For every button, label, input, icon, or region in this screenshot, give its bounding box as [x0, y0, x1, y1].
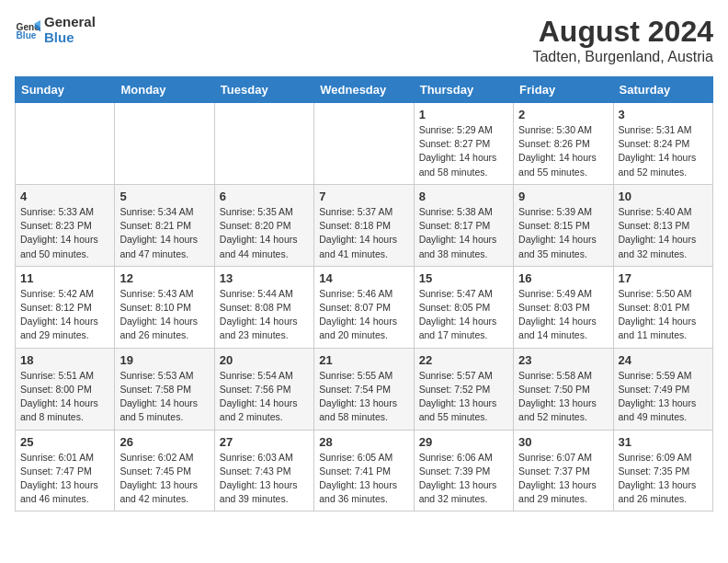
calendar-subtitle: Tadten, Burgenland, Austria — [532, 49, 713, 65]
calendar-cell: 6Sunrise: 5:35 AM Sunset: 8:20 PM Daylig… — [214, 184, 313, 266]
calendar-cell: 4Sunrise: 5:33 AM Sunset: 8:23 PM Daylig… — [16, 184, 115, 266]
weekday-header-wednesday: Wednesday — [314, 77, 414, 103]
calendar-cell: 29Sunrise: 6:06 AM Sunset: 7:39 PM Dayli… — [414, 430, 513, 511]
logo-icon: General Blue — [15, 17, 40, 43]
calendar-cell: 28Sunrise: 6:05 AM Sunset: 7:41 PM Dayli… — [314, 430, 414, 511]
weekday-header-sunday: Sunday — [16, 77, 115, 103]
calendar-cell: 12Sunrise: 5:43 AM Sunset: 8:10 PM Dayli… — [115, 266, 214, 348]
calendar-cell: 25Sunrise: 6:01 AM Sunset: 7:47 PM Dayli… — [16, 430, 115, 511]
weekday-header-thursday: Thursday — [414, 77, 513, 103]
day-number: 14 — [319, 271, 408, 285]
weekday-header-saturday: Saturday — [613, 77, 712, 103]
day-info: Sunrise: 5:33 AM Sunset: 8:23 PM Dayligh… — [20, 205, 109, 261]
day-info: Sunrise: 5:39 AM Sunset: 8:15 PM Dayligh… — [518, 205, 608, 261]
weekday-header-row: SundayMondayTuesdayWednesdayThursdayFrid… — [16, 77, 713, 103]
calendar-cell: 1Sunrise: 5:29 AM Sunset: 8:27 PM Daylig… — [414, 103, 513, 185]
calendar-cell: 27Sunrise: 6:03 AM Sunset: 7:43 PM Dayli… — [214, 430, 313, 511]
day-number: 24 — [619, 353, 708, 367]
calendar-cell: 24Sunrise: 5:59 AM Sunset: 7:49 PM Dayli… — [613, 348, 712, 430]
day-info: Sunrise: 5:49 AM Sunset: 8:03 PM Dayligh… — [518, 287, 608, 343]
calendar-cell: 14Sunrise: 5:46 AM Sunset: 8:07 PM Dayli… — [314, 266, 414, 348]
logo-text: General Blue — [44, 15, 96, 45]
calendar-cell: 21Sunrise: 5:55 AM Sunset: 7:54 PM Dayli… — [314, 348, 414, 430]
calendar-cell: 15Sunrise: 5:47 AM Sunset: 8:05 PM Dayli… — [414, 266, 513, 348]
day-number: 28 — [319, 435, 408, 449]
weekday-header-tuesday: Tuesday — [214, 77, 313, 103]
calendar-cell: 13Sunrise: 5:44 AM Sunset: 8:08 PM Dayli… — [214, 266, 313, 348]
day-number: 2 — [518, 108, 608, 121]
day-info: Sunrise: 5:43 AM Sunset: 8:10 PM Dayligh… — [119, 287, 209, 343]
day-info: Sunrise: 6:03 AM Sunset: 7:43 PM Dayligh… — [220, 451, 309, 507]
calendar-cell — [314, 103, 414, 185]
day-number: 1 — [419, 108, 508, 121]
calendar-cell: 3Sunrise: 5:31 AM Sunset: 8:24 PM Daylig… — [613, 103, 712, 185]
day-number: 21 — [319, 353, 408, 367]
day-number: 16 — [518, 271, 608, 285]
week-row-2: 4Sunrise: 5:33 AM Sunset: 8:23 PM Daylig… — [16, 184, 713, 266]
calendar-cell: 8Sunrise: 5:38 AM Sunset: 8:17 PM Daylig… — [414, 184, 513, 266]
calendar-header: SundayMondayTuesdayWednesdayThursdayFrid… — [16, 77, 713, 103]
day-info: Sunrise: 5:59 AM Sunset: 7:49 PM Dayligh… — [619, 369, 708, 425]
calendar-cell: 5Sunrise: 5:34 AM Sunset: 8:21 PM Daylig… — [115, 184, 214, 266]
day-number: 30 — [518, 435, 608, 449]
calendar-cell — [214, 103, 313, 185]
day-info: Sunrise: 5:35 AM Sunset: 8:20 PM Dayligh… — [220, 205, 309, 261]
day-info: Sunrise: 5:50 AM Sunset: 8:01 PM Dayligh… — [619, 287, 708, 343]
week-row-4: 18Sunrise: 5:51 AM Sunset: 8:00 PM Dayli… — [16, 348, 713, 430]
day-number: 18 — [20, 353, 109, 367]
day-number: 6 — [220, 190, 309, 203]
day-number: 10 — [619, 190, 708, 203]
day-number: 20 — [220, 353, 309, 367]
day-info: Sunrise: 5:58 AM Sunset: 7:50 PM Dayligh… — [518, 369, 608, 425]
day-number: 8 — [419, 190, 508, 203]
calendar-cell: 26Sunrise: 6:02 AM Sunset: 7:45 PM Dayli… — [115, 430, 214, 511]
day-number: 15 — [419, 271, 508, 285]
day-number: 26 — [119, 435, 209, 449]
day-info: Sunrise: 5:38 AM Sunset: 8:17 PM Dayligh… — [419, 205, 508, 261]
day-info: Sunrise: 5:47 AM Sunset: 8:05 PM Dayligh… — [419, 287, 508, 343]
calendar-cell: 23Sunrise: 5:58 AM Sunset: 7:50 PM Dayli… — [514, 348, 613, 430]
week-row-5: 25Sunrise: 6:01 AM Sunset: 7:47 PM Dayli… — [16, 430, 713, 511]
calendar-cell: 17Sunrise: 5:50 AM Sunset: 8:01 PM Dayli… — [613, 266, 712, 348]
day-number: 19 — [119, 353, 209, 367]
day-number: 3 — [619, 108, 708, 121]
day-info: Sunrise: 6:01 AM Sunset: 7:47 PM Dayligh… — [20, 451, 109, 507]
day-number: 29 — [419, 435, 508, 449]
day-info: Sunrise: 5:40 AM Sunset: 8:13 PM Dayligh… — [619, 205, 708, 261]
day-info: Sunrise: 5:37 AM Sunset: 8:18 PM Dayligh… — [319, 205, 408, 261]
svg-text:Blue: Blue — [17, 30, 37, 40]
calendar-cell: 2Sunrise: 5:30 AM Sunset: 8:26 PM Daylig… — [514, 103, 613, 185]
calendar-title: August 2024 — [532, 15, 713, 49]
day-info: Sunrise: 6:07 AM Sunset: 7:37 PM Dayligh… — [518, 451, 608, 507]
calendar-cell: 30Sunrise: 6:07 AM Sunset: 7:37 PM Dayli… — [514, 430, 613, 511]
day-number: 27 — [220, 435, 309, 449]
week-row-1: 1Sunrise: 5:29 AM Sunset: 8:27 PM Daylig… — [16, 103, 713, 185]
calendar-cell: 20Sunrise: 5:54 AM Sunset: 7:56 PM Dayli… — [214, 348, 313, 430]
page-header: General Blue General Blue August 2024 Ta… — [15, 15, 713, 65]
calendar-cell — [16, 103, 115, 185]
day-info: Sunrise: 5:51 AM Sunset: 8:00 PM Dayligh… — [20, 369, 109, 425]
calendar-cell: 11Sunrise: 5:42 AM Sunset: 8:12 PM Dayli… — [16, 266, 115, 348]
day-info: Sunrise: 5:29 AM Sunset: 8:27 PM Dayligh… — [419, 123, 508, 179]
day-info: Sunrise: 5:44 AM Sunset: 8:08 PM Dayligh… — [220, 287, 309, 343]
day-number: 23 — [518, 353, 608, 367]
day-info: Sunrise: 6:02 AM Sunset: 7:45 PM Dayligh… — [119, 451, 209, 507]
day-info: Sunrise: 6:09 AM Sunset: 7:35 PM Dayligh… — [619, 451, 708, 507]
day-info: Sunrise: 5:55 AM Sunset: 7:54 PM Dayligh… — [319, 369, 408, 425]
day-number: 22 — [419, 353, 508, 367]
weekday-header-monday: Monday — [115, 77, 214, 103]
day-info: Sunrise: 5:34 AM Sunset: 8:21 PM Dayligh… — [119, 205, 209, 261]
day-info: Sunrise: 5:30 AM Sunset: 8:26 PM Dayligh… — [518, 123, 608, 179]
logo-line2: Blue — [44, 30, 96, 46]
calendar-cell — [115, 103, 214, 185]
day-number: 4 — [20, 190, 109, 203]
day-number: 31 — [619, 435, 708, 449]
calendar-cell: 31Sunrise: 6:09 AM Sunset: 7:35 PM Dayli… — [613, 430, 712, 511]
day-number: 5 — [119, 190, 209, 203]
day-info: Sunrise: 5:42 AM Sunset: 8:12 PM Dayligh… — [20, 287, 109, 343]
calendar-cell: 9Sunrise: 5:39 AM Sunset: 8:15 PM Daylig… — [514, 184, 613, 266]
day-number: 25 — [20, 435, 109, 449]
calendar-cell: 22Sunrise: 5:57 AM Sunset: 7:52 PM Dayli… — [414, 348, 513, 430]
day-info: Sunrise: 5:31 AM Sunset: 8:24 PM Dayligh… — [619, 123, 708, 179]
title-block: August 2024 Tadten, Burgenland, Austria — [532, 15, 713, 65]
